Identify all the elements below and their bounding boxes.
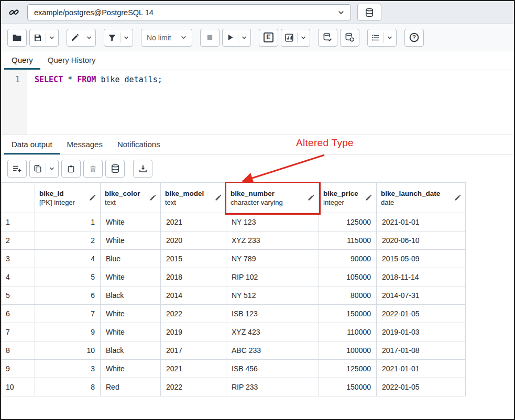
help-button[interactable]: ? xyxy=(404,29,424,47)
cell-bike_model[interactable]: 2021 xyxy=(161,213,226,231)
column-header-bike_launch_date[interactable]: bike_launch_datedate xyxy=(377,183,466,213)
column-header-bike_number[interactable]: bike_numbercharacter varying xyxy=(226,183,319,213)
cell-bike_model[interactable]: 2017 xyxy=(161,341,226,360)
cell-bike_price[interactable]: 90000 xyxy=(319,250,377,268)
cell-bike_model[interactable]: 2020 xyxy=(161,231,226,250)
cell-bike_number[interactable]: ISB 456 xyxy=(226,360,319,378)
cell-bike_price[interactable]: 125000 xyxy=(319,360,377,378)
chevron-down-icon[interactable] xyxy=(297,32,306,43)
row-number-cell[interactable]: 3 xyxy=(2,250,35,268)
rollback-button[interactable] xyxy=(340,29,359,47)
cell-bike_price[interactable]: 150000 xyxy=(319,305,377,323)
cell-bike_launch_date[interactable]: 2017-01-08 xyxy=(377,341,466,360)
tab-notifications[interactable]: Notifications xyxy=(110,135,168,154)
cell-bike_price[interactable]: 115000 xyxy=(319,231,377,250)
cell-bike_model[interactable]: 2021 xyxy=(161,360,226,378)
paste-button[interactable] xyxy=(61,160,81,178)
tab-messages[interactable]: Messages xyxy=(60,135,110,154)
chevron-down-icon[interactable] xyxy=(46,32,54,43)
explain-analyze-button[interactable] xyxy=(281,29,310,47)
cell-bike_model[interactable]: 2014 xyxy=(161,286,226,305)
cell-bike_price[interactable]: 105000 xyxy=(319,268,377,286)
cell-bike_id[interactable]: 7 xyxy=(35,305,101,323)
cell-bike_number[interactable]: ABC 233 xyxy=(226,341,319,360)
download-button[interactable] xyxy=(133,160,152,178)
tab-query[interactable]: Query xyxy=(4,51,40,70)
cell-bike_model[interactable]: 2022 xyxy=(161,305,226,323)
row-number-cell[interactable]: 8 xyxy=(2,341,35,360)
cell-bike_launch_date[interactable]: 2015-05-09 xyxy=(377,250,466,268)
row-number-cell[interactable]: 6 xyxy=(2,305,35,323)
row-number-cell[interactable]: 7 xyxy=(2,323,35,341)
cell-bike_color[interactable]: Red xyxy=(101,378,161,396)
cell-bike_number[interactable]: NY 123 xyxy=(226,213,319,231)
row-number-cell[interactable]: 9 xyxy=(2,360,35,378)
cell-bike_launch_date[interactable]: 2022-01-05 xyxy=(377,305,466,323)
column-header-bike_color[interactable]: bike_colortext xyxy=(101,183,161,213)
sql-editor[interactable]: 1 SELECT * FROM bike_details; xyxy=(1,70,514,135)
cell-bike_number[interactable]: ISB 123 xyxy=(226,305,319,323)
edit-button[interactable] xyxy=(67,29,96,47)
row-number-cell[interactable]: 4 xyxy=(2,268,35,286)
execute-button[interactable] xyxy=(222,29,251,47)
save-data-button[interactable] xyxy=(105,160,125,178)
column-header-bike_price[interactable]: bike_priceinteger xyxy=(319,183,377,213)
row-number-cell[interactable]: 10 xyxy=(2,378,35,396)
chevron-down-icon[interactable] xyxy=(46,163,54,174)
cell-bike_color[interactable]: White xyxy=(101,305,161,323)
cell-bike_launch_date[interactable]: 2022-01-05 xyxy=(377,378,466,396)
cell-bike_launch_date[interactable]: 2021-01-01 xyxy=(377,213,466,231)
row-limit-select[interactable]: No limit xyxy=(141,29,192,47)
cell-bike_color[interactable]: Black xyxy=(101,286,161,305)
tab-data-output[interactable]: Data output xyxy=(4,135,60,154)
cell-bike_number[interactable]: XYZ 423 xyxy=(226,323,319,341)
column-header-bike_id[interactable]: bike_id[PK] integer xyxy=(35,183,101,213)
cell-bike_id[interactable]: 4 xyxy=(35,250,101,268)
cell-bike_color[interactable]: White xyxy=(101,360,161,378)
cell-bike_launch_date[interactable]: 2014-07-31 xyxy=(377,286,466,305)
cell-bike_id[interactable]: 8 xyxy=(35,378,101,396)
cell-bike_model[interactable]: 2022 xyxy=(161,378,226,396)
chevron-down-icon[interactable] xyxy=(238,32,247,43)
cell-bike_id[interactable]: 1 xyxy=(35,213,101,231)
cell-bike_id[interactable]: 2 xyxy=(35,231,101,250)
cell-bike_price[interactable]: 100000 xyxy=(319,341,377,360)
cell-bike_number[interactable]: XYZ 233 xyxy=(226,231,319,250)
cell-bike_color[interactable]: Black xyxy=(101,341,161,360)
cell-bike_id[interactable]: 9 xyxy=(35,323,101,341)
cell-bike_number[interactable]: NY 789 xyxy=(226,250,319,268)
cell-bike_color[interactable]: White xyxy=(101,323,161,341)
copy-button[interactable] xyxy=(29,160,59,178)
cell-bike_price[interactable]: 125000 xyxy=(319,213,377,231)
cell-bike_id[interactable]: 3 xyxy=(35,360,101,378)
cell-bike_id[interactable]: 6 xyxy=(35,286,101,305)
row-number-cell[interactable]: 1 xyxy=(2,213,35,231)
cell-bike_number[interactable]: NY 512 xyxy=(226,286,319,305)
column-header-bike_model[interactable]: bike_modeltext xyxy=(161,183,226,213)
explain-button[interactable]: E xyxy=(259,29,278,47)
delete-row-button[interactable] xyxy=(83,160,103,178)
add-row-button[interactable] xyxy=(7,160,27,178)
cell-bike_launch_date[interactable]: 2019-01-03 xyxy=(377,323,466,341)
cell-bike_color[interactable]: Blue xyxy=(101,250,161,268)
cell-bike_number[interactable]: RIP 102 xyxy=(226,268,319,286)
cell-bike_color[interactable]: White xyxy=(101,213,161,231)
chevron-down-icon[interactable] xyxy=(120,32,129,43)
row-number-cell[interactable]: 5 xyxy=(2,286,35,305)
cancel-query-button[interactable] xyxy=(200,29,220,47)
cell-bike_launch_date[interactable]: 2018-11-14 xyxy=(377,268,466,286)
chevron-down-icon[interactable] xyxy=(383,32,392,43)
cell-bike_price[interactable]: 150000 xyxy=(319,378,377,396)
row-number-cell[interactable]: 2 xyxy=(2,231,35,250)
cell-bike_model[interactable]: 2019 xyxy=(161,323,226,341)
cell-bike_model[interactable]: 2018 xyxy=(161,268,226,286)
chevron-down-icon[interactable] xyxy=(83,32,92,43)
cell-bike_id[interactable]: 5 xyxy=(35,268,101,286)
sql-code-line[interactable]: SELECT * FROM bike_details; xyxy=(27,70,162,135)
cell-bike_model[interactable]: 2015 xyxy=(161,250,226,268)
cell-bike_number[interactable]: RIP 233 xyxy=(226,378,319,396)
macros-button[interactable] xyxy=(367,29,397,47)
grid-corner-cell[interactable] xyxy=(2,183,35,213)
open-file-button[interactable] xyxy=(7,29,27,47)
connection-selector[interactable]: example/postgres@PostgreSQL 14 xyxy=(27,4,351,20)
